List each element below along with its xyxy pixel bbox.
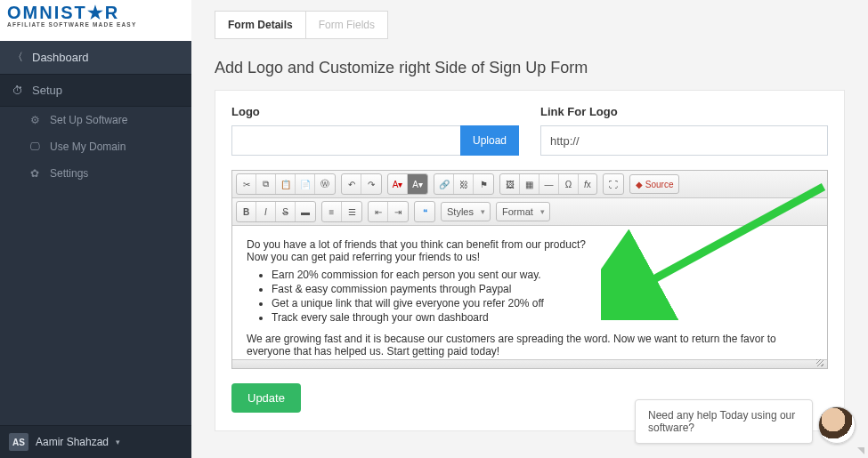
content-area: Form Details Form Fields Add Logo and Cu… xyxy=(191,0,868,458)
sidebar-item-label: Setup xyxy=(32,84,62,97)
indent-icon[interactable]: ⇥ xyxy=(388,202,408,221)
gear-icon: ✿ xyxy=(28,167,41,180)
sidebar-item-settings[interactable]: ✿ Settings xyxy=(0,160,191,187)
styles-select[interactable]: Styles xyxy=(441,202,491,221)
paste-word-icon[interactable]: Ⓦ xyxy=(315,174,335,194)
cut-icon[interactable]: ✂ xyxy=(237,174,256,194)
chat-text: Need any help Today using our software? xyxy=(648,409,795,434)
chat-avatar[interactable] xyxy=(818,406,856,444)
source-button[interactable]: ◆ Source xyxy=(629,174,680,194)
remove-format-icon[interactable]: ▬ xyxy=(296,202,315,221)
select-label: Format xyxy=(502,206,533,217)
redo-icon[interactable]: ↷ xyxy=(361,174,381,194)
editor-toolbar-row-2: BIS▬ ≡☰ ⇤⇥ ❝ Styles Format xyxy=(232,198,827,226)
sidebar-item-dashboard[interactable]: 〈 Dashboard xyxy=(0,41,191,74)
list-item: Get a unique link that will give everyon… xyxy=(272,297,813,309)
brand-logo: OMNIST★R AFFILIATE SOFTWARE MADE EASY xyxy=(7,4,136,28)
editor-resize-handle[interactable] xyxy=(232,359,827,368)
link-label: Link For Logo xyxy=(540,105,828,118)
maximize-icon[interactable]: ⛶ xyxy=(604,174,623,194)
anchor-icon[interactable]: ⚑ xyxy=(474,174,493,194)
gauge-icon: ⏱ xyxy=(12,84,23,97)
upload-button[interactable]: Upload xyxy=(460,125,519,156)
editor-content[interactable]: Do you have a lot of friends that you th… xyxy=(232,226,827,359)
format-select[interactable]: Format xyxy=(496,202,550,221)
logo-tagline: AFFILIATE SOFTWARE MADE EASY xyxy=(7,21,136,28)
sidebar-item-setup-software[interactable]: ⚙ Set Up Software xyxy=(0,107,191,133)
sidebar-item-label: Dashboard xyxy=(32,51,89,64)
blockquote-icon[interactable]: ❝ xyxy=(415,202,434,221)
image-icon[interactable]: 🖼 xyxy=(500,174,520,194)
list-item: Track every sale through your own dashbo… xyxy=(272,311,813,324)
italic-icon[interactable]: I xyxy=(256,202,276,221)
sidebar-item-label: Set Up Software xyxy=(50,114,127,126)
logo-text-b: ST★R xyxy=(61,3,119,22)
source-label: Source xyxy=(645,180,674,189)
chevron-left-icon: 〈 xyxy=(12,50,23,65)
outdent-icon[interactable]: ⇤ xyxy=(369,202,388,221)
user-name: Aamir Shahzad xyxy=(36,436,109,448)
page-title: Add Logo and Customize right Side of Sig… xyxy=(215,59,868,77)
editor-list: Earn 20% commission for each person you … xyxy=(272,269,813,324)
form-card: Logo Upload Link For Logo ✂⧉📋📄Ⓦ ↶↷ A▾A▾ … xyxy=(215,90,845,431)
ul-icon[interactable]: ☰ xyxy=(342,202,361,221)
copy-icon[interactable]: ⧉ xyxy=(256,174,276,194)
list-item: Fast & easy commission payments through … xyxy=(272,283,813,295)
logo-text-a: OMNI xyxy=(7,3,61,22)
sidebar-item-label: Use My Domain xyxy=(50,141,126,153)
paste-icon[interactable]: 📋 xyxy=(276,174,296,194)
bold-icon[interactable]: B xyxy=(237,202,256,221)
tab-bar: Form Details Form Fields xyxy=(215,11,868,39)
cogs-icon: ⚙ xyxy=(28,114,41,126)
formula-icon[interactable]: fx xyxy=(579,174,596,194)
hr-icon[interactable]: — xyxy=(539,174,559,194)
chevron-down-icon: ▾ xyxy=(116,438,120,446)
sidebar-item-label: Settings xyxy=(50,167,88,180)
editor-line: Do you have a lot of friends that you th… xyxy=(247,238,813,251)
editor-toolbar-row-1: ✂⧉📋📄Ⓦ ↶↷ A▾A▾ 🔗⛓⚑ 🖼▦—Ωfx ⛶ ◆ Source xyxy=(232,171,827,198)
table-icon[interactable]: ▦ xyxy=(520,174,539,194)
paste-text-icon[interactable]: 📄 xyxy=(296,174,315,194)
chat-widget[interactable]: Need any help Today using our software? xyxy=(635,399,856,444)
text-color-icon[interactable]: A▾ xyxy=(388,174,408,194)
tab-label: Form Details xyxy=(228,19,293,31)
unlink-icon[interactable]: ⛓ xyxy=(454,174,474,194)
logo-label: Logo xyxy=(231,105,519,118)
list-item: Earn 20% commission for each person you … xyxy=(272,269,813,281)
chat-caret-icon xyxy=(857,447,864,454)
special-char-icon[interactable]: Ω xyxy=(559,174,579,194)
sidebar-item-use-my-domain[interactable]: 🖵 Use My Domain xyxy=(0,133,191,160)
link-input[interactable] xyxy=(540,125,828,156)
chat-bubble[interactable]: Need any help Today using our software? xyxy=(635,399,813,444)
link-field-group: Link For Logo xyxy=(540,105,828,156)
logo-file-input[interactable] xyxy=(231,125,460,156)
editor-line: Now you can get paid referring your frie… xyxy=(247,251,813,263)
logo-field-group: Logo Upload xyxy=(231,105,519,156)
tab-label: Form Fields xyxy=(319,19,375,31)
sidebar-item-setup[interactable]: ⏱ Setup xyxy=(0,74,191,107)
rich-text-editor: ✂⧉📋📄Ⓦ ↶↷ A▾A▾ 🔗⛓⚑ 🖼▦—Ωfx ⛶ ◆ Source BIS▬… xyxy=(231,170,828,369)
strike-icon[interactable]: S xyxy=(276,202,296,221)
user-initials: AS xyxy=(9,433,28,451)
tab-form-fields[interactable]: Form Fields xyxy=(305,11,388,39)
select-label: Styles xyxy=(447,206,474,217)
undo-icon[interactable]: ↶ xyxy=(342,174,361,194)
link-icon[interactable]: 🔗 xyxy=(434,174,454,194)
tab-form-details[interactable]: Form Details xyxy=(215,11,306,39)
bg-color-icon[interactable]: A▾ xyxy=(408,174,427,194)
update-button[interactable]: Update xyxy=(231,383,301,413)
sidebar: 〈 Dashboard ⏱ Setup ⚙ Set Up Software 🖵 … xyxy=(0,41,191,458)
sidebar-user-menu[interactable]: AS Aamir Shahzad ▾ xyxy=(0,425,191,458)
editor-line: We are growing fast and it is because ou… xyxy=(247,333,813,358)
monitor-icon: 🖵 xyxy=(28,141,41,153)
ol-icon[interactable]: ≡ xyxy=(322,202,342,221)
